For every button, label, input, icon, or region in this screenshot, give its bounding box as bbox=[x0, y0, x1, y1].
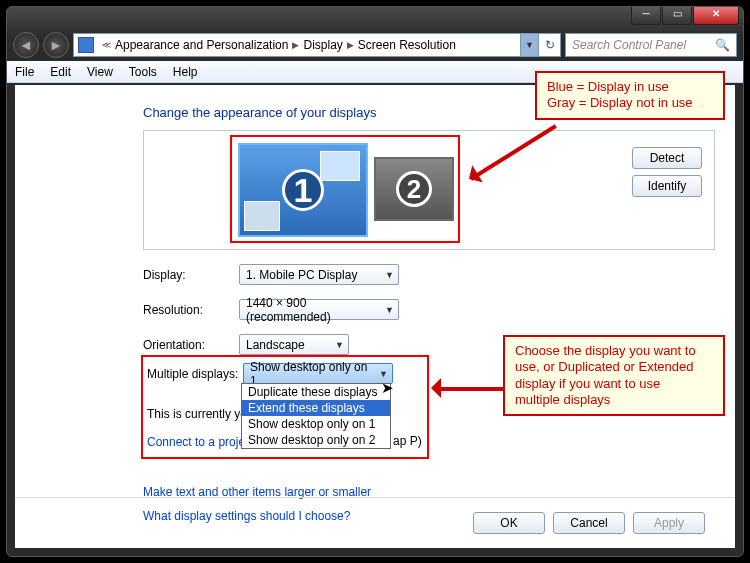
menu-edit[interactable]: Edit bbox=[50, 65, 71, 79]
monitor-1-window-icon bbox=[320, 151, 360, 181]
breadcrumb-dropdown[interactable]: ▼ bbox=[520, 34, 538, 56]
control-panel-icon bbox=[78, 37, 94, 53]
combo-display[interactable]: 1. Mobile PC Display ▼ bbox=[239, 264, 399, 285]
chevron-down-icon: ▼ bbox=[335, 340, 344, 350]
content-area: Change the appearance of your displays 1… bbox=[15, 85, 735, 548]
monitor-2-number: 2 bbox=[396, 171, 432, 207]
refresh-button[interactable]: ↻ bbox=[538, 34, 560, 56]
row-resolution: Resolution: 1440 × 900 (recommended) ▼ bbox=[143, 299, 715, 320]
maximize-button[interactable]: ▭ bbox=[662, 7, 692, 25]
label-resolution: Resolution: bbox=[143, 303, 239, 317]
callout-monitor-colors: Blue = Display in use Gray = Display not… bbox=[535, 71, 725, 120]
footer-buttons: OK Cancel Apply bbox=[473, 512, 705, 534]
annotation-box-monitors: 1 2 bbox=[230, 135, 460, 243]
title-bar: ─ ▭ ✕ bbox=[7, 7, 743, 29]
projector-row: Connect to a projec bbox=[147, 435, 251, 449]
cursor-icon: ➤ bbox=[381, 379, 394, 397]
chevron-down-icon: ▼ bbox=[385, 305, 394, 315]
breadcrumb-l3[interactable]: Screen Resolution bbox=[358, 38, 456, 52]
dropdown-opt-only2[interactable]: Show desktop only on 2 bbox=[242, 432, 390, 448]
dropdown-opt-duplicate[interactable]: Duplicate these displays bbox=[242, 384, 390, 400]
link-projector[interactable]: Connect to a projec bbox=[147, 435, 251, 449]
search-placeholder: Search Control Panel bbox=[572, 38, 686, 52]
dropdown-opt-only1[interactable]: Show desktop only on 1 bbox=[242, 416, 390, 432]
link-settings-help[interactable]: What display settings should I choose? bbox=[143, 509, 350, 523]
projector-hint: ap P) bbox=[393, 434, 422, 448]
nav-row: ◄ ► ≪ Appearance and Personalization ▶ D… bbox=[7, 29, 743, 61]
chevron-down-icon: ▼ bbox=[385, 270, 394, 280]
monitor-2[interactable]: 2 bbox=[374, 157, 454, 221]
status-text: This is currently you bbox=[147, 407, 254, 421]
monitor-1[interactable]: 1 bbox=[238, 143, 368, 237]
search-icon: 🔍 bbox=[715, 38, 730, 52]
ok-button[interactable]: OK bbox=[473, 512, 545, 534]
annotation-arrow-2 bbox=[435, 387, 505, 391]
label-multi: Multiple displays: bbox=[147, 367, 243, 381]
label-display: Display: bbox=[143, 268, 239, 282]
breadcrumb-l1[interactable]: Appearance and Personalization bbox=[115, 38, 288, 52]
menu-tools[interactable]: Tools bbox=[129, 65, 157, 79]
monitor-panel: 1 2 Detect Identify bbox=[143, 130, 715, 250]
back-button[interactable]: ◄ bbox=[13, 32, 39, 58]
menu-help[interactable]: Help bbox=[173, 65, 198, 79]
window-frame: ─ ▭ ✕ ◄ ► ≪ Appearance and Personalizati… bbox=[6, 6, 744, 557]
chevron-down-icon: ▼ bbox=[379, 369, 388, 379]
combo-orientation[interactable]: Landscape ▼ bbox=[239, 334, 349, 355]
minimize-button[interactable]: ─ bbox=[631, 7, 661, 25]
annotation-arrowhead-2 bbox=[421, 378, 441, 398]
footer-divider bbox=[15, 497, 735, 498]
callout-multi: Choose the display you want to use, or D… bbox=[503, 335, 725, 416]
monitor-1-number: 1 bbox=[282, 169, 324, 211]
cancel-button[interactable]: Cancel bbox=[553, 512, 625, 534]
dropdown-opt-extend[interactable]: Extend these displays bbox=[242, 400, 390, 416]
combo-multi[interactable]: Show desktop only on 1 ▼ bbox=[243, 363, 393, 384]
row-display: Display: 1. Mobile PC Display ▼ bbox=[143, 264, 715, 285]
combo-resolution[interactable]: 1440 × 900 (recommended) ▼ bbox=[239, 299, 399, 320]
identify-button[interactable]: Identify bbox=[632, 175, 702, 197]
breadcrumb[interactable]: ≪ Appearance and Personalization ▶ Displ… bbox=[73, 33, 561, 57]
close-button[interactable]: ✕ bbox=[693, 7, 739, 25]
multi-dropdown[interactable]: Duplicate these displays Extend these di… bbox=[241, 383, 391, 449]
label-orientation: Orientation: bbox=[143, 338, 239, 352]
apply-button[interactable]: Apply bbox=[633, 512, 705, 534]
search-input[interactable]: Search Control Panel 🔍 bbox=[565, 33, 737, 57]
forward-button[interactable]: ► bbox=[43, 32, 69, 58]
breadcrumb-l2[interactable]: Display bbox=[303, 38, 342, 52]
detect-button[interactable]: Detect bbox=[632, 147, 702, 169]
menu-view[interactable]: View bbox=[87, 65, 113, 79]
annotation-box-multi: Multiple displays: Show desktop only on … bbox=[141, 355, 429, 459]
monitor-1-taskbar-icon bbox=[244, 201, 280, 231]
menu-file[interactable]: File bbox=[15, 65, 34, 79]
